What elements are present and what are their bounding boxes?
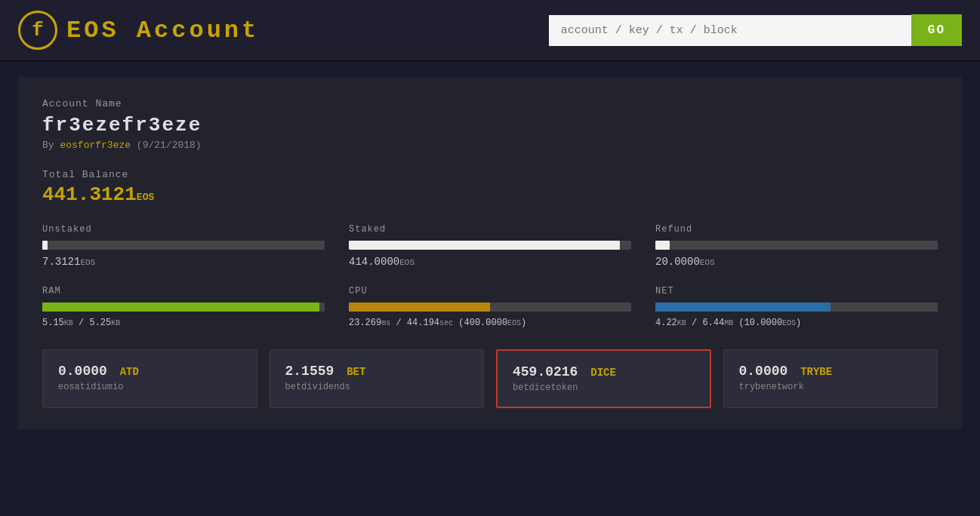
header: f EOS Account GO bbox=[0, 0, 980, 62]
token-symbol: BET bbox=[347, 366, 365, 378]
balance-label: Total Balance bbox=[42, 169, 938, 180]
staked-bar-bg bbox=[349, 241, 631, 250]
token-amount: 0.0000 TRYBE bbox=[739, 364, 923, 379]
ram-value: 5.15KB / 5.25KB bbox=[42, 318, 325, 328]
staked-value: 414.0000EOS bbox=[349, 256, 631, 268]
unstaked-bar-fill bbox=[42, 241, 48, 250]
net-col: NET 4.22KB / 6.44MB (10.0000EOS) bbox=[655, 286, 938, 328]
refund-label: Refund bbox=[655, 224, 938, 235]
cpu-bar-bg bbox=[349, 303, 631, 312]
go-button[interactable]: GO bbox=[911, 14, 962, 46]
eos-logo-icon: f bbox=[18, 11, 57, 50]
balance-unit: EOS bbox=[137, 192, 154, 203]
net-bar-bg bbox=[655, 303, 938, 312]
ram-col: RAM 5.15KB / 5.25KB bbox=[42, 286, 325, 328]
cpu-label: CPU bbox=[349, 286, 631, 296]
token-card: 2.1559 BET betdividends bbox=[270, 349, 485, 408]
account-name-label: Account Name bbox=[42, 98, 938, 109]
token-amount: 0.0000 ATD bbox=[58, 364, 242, 379]
token-contract: betdividends bbox=[285, 382, 469, 392]
account-name-value: fr3ezefr3eze bbox=[42, 114, 938, 137]
token-card: 459.0216 DICE betdicetoken bbox=[496, 349, 711, 408]
token-amount: 2.1559 BET bbox=[285, 364, 469, 379]
unstaked-value: 7.3121EOS bbox=[42, 256, 325, 268]
unstaked-col: Unstaked 7.3121EOS bbox=[42, 224, 325, 268]
staked-col: Staked 414.0000EOS bbox=[349, 224, 631, 268]
token-contract: trybenetwork bbox=[739, 382, 923, 392]
refund-bar-fill bbox=[655, 241, 670, 250]
refund-value: 20.0000EOS bbox=[655, 256, 938, 268]
main-content: Account Name fr3ezefr3eze By eosforfr3ez… bbox=[18, 77, 962, 429]
cpu-value: 23.269ms / 44.194sec (400.0000EOS) bbox=[349, 318, 631, 328]
ram-bar-fill bbox=[42, 303, 319, 312]
token-symbol: ATD bbox=[120, 366, 139, 378]
staking-row: Unstaked 7.3121EOS Staked 414.0000EOS Re… bbox=[42, 224, 938, 268]
token-amount: 459.0216 DICE bbox=[513, 364, 695, 379]
logo-area: f EOS Account bbox=[18, 11, 259, 50]
token-symbol: DICE bbox=[590, 367, 616, 379]
balance-amount: 441.3121 bbox=[42, 183, 137, 206]
account-creator: By eosforfr3eze (9/21/2018) bbox=[42, 140, 938, 151]
token-card: 0.0000 TRYBE trybenetwork bbox=[723, 349, 938, 408]
unstaked-bar-bg bbox=[42, 241, 325, 250]
refund-bar-bg bbox=[655, 241, 938, 250]
token-contract: betdicetoken bbox=[513, 382, 695, 393]
search-area: GO bbox=[549, 14, 962, 46]
cpu-col: CPU 23.269ms / 44.194sec (400.0000EOS) bbox=[349, 286, 631, 328]
app-title: EOS Account bbox=[66, 17, 259, 45]
resource-row: RAM 5.15KB / 5.25KB CPU 23.269ms / 44.19… bbox=[42, 286, 938, 328]
net-bar-fill bbox=[655, 303, 831, 312]
ram-label: RAM bbox=[42, 286, 325, 296]
search-input[interactable] bbox=[549, 15, 911, 46]
staked-label: Staked bbox=[349, 224, 631, 235]
created-date: (9/21/2018) bbox=[137, 140, 202, 151]
balance-value: 441.3121EOS bbox=[42, 183, 938, 206]
creator-link[interactable]: eosforfr3eze bbox=[60, 140, 131, 151]
unstaked-label: Unstaked bbox=[42, 224, 325, 235]
staked-bar-fill bbox=[349, 241, 620, 250]
net-value: 4.22KB / 6.44MB (10.0000EOS) bbox=[655, 318, 938, 328]
net-label: NET bbox=[655, 286, 938, 296]
token-contract: eosatidiumio bbox=[58, 382, 242, 392]
ram-bar-bg bbox=[42, 303, 325, 312]
cpu-bar-fill bbox=[349, 303, 490, 312]
by-label: By bbox=[42, 140, 54, 151]
token-card: 0.0000 ATD eosatidiumio bbox=[42, 349, 257, 408]
token-row: 0.0000 ATD eosatidiumio 2.1559 BET betdi… bbox=[42, 349, 938, 408]
token-symbol: TRYBE bbox=[800, 366, 832, 378]
refund-col: Refund 20.0000EOS bbox=[655, 224, 938, 268]
